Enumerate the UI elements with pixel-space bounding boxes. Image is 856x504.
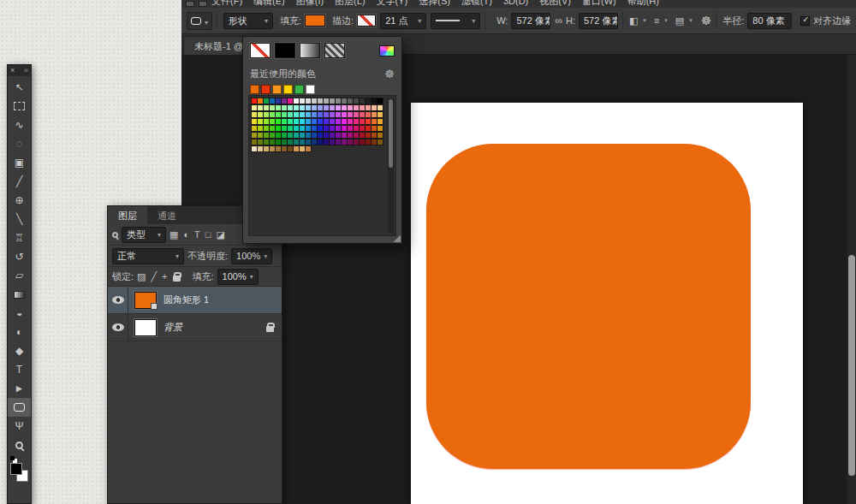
- color-swatch[interactable]: [318, 139, 323, 145]
- color-swatch[interactable]: [258, 112, 263, 117]
- color-swatch[interactable]: [282, 105, 287, 110]
- color-swatch[interactable]: [282, 98, 287, 104]
- color-swatch[interactable]: [252, 119, 257, 124]
- color-swatch[interactable]: [270, 98, 275, 104]
- tab-layers[interactable]: 图层: [108, 206, 147, 224]
- color-swatch[interactable]: [318, 105, 323, 110]
- rounded-rectangle-tool[interactable]: [8, 398, 31, 417]
- recent-color-swatch[interactable]: [294, 85, 304, 94]
- color-swatch[interactable]: [264, 119, 269, 124]
- stroke-width-input[interactable]: 21 点: [380, 13, 426, 29]
- color-swatch[interactable]: [312, 139, 317, 145]
- color-swatch[interactable]: [294, 146, 299, 151]
- color-swatch[interactable]: [372, 119, 377, 124]
- color-swatch[interactable]: [366, 139, 371, 145]
- color-swatch[interactable]: [324, 139, 329, 145]
- color-swatch[interactable]: [306, 146, 311, 151]
- stroke-color-swatch[interactable]: [357, 15, 376, 27]
- color-swatch[interactable]: [252, 139, 257, 145]
- color-swatch[interactable]: [336, 105, 341, 110]
- dodge-tool[interactable]: ◐: [8, 323, 31, 341]
- color-swatch[interactable]: [336, 126, 341, 131]
- menu-item[interactable]: 选择(S): [419, 0, 450, 8]
- color-swatch[interactable]: [264, 133, 269, 138]
- color-swatch[interactable]: [312, 98, 317, 104]
- color-swatch[interactable]: [324, 133, 329, 138]
- color-swatch[interactable]: [348, 119, 353, 124]
- color-swatch[interactable]: [318, 133, 323, 138]
- path-arrange-icon[interactable]: ▤: [675, 15, 693, 27]
- layer-name[interactable]: 圆角矩形 1: [163, 294, 209, 306]
- color-swatch[interactable]: [336, 98, 341, 104]
- layer-row[interactable]: 背景: [108, 314, 282, 341]
- color-swatch[interactable]: [294, 98, 299, 104]
- color-swatch[interactable]: [324, 119, 329, 124]
- color-swatch[interactable]: [306, 98, 311, 104]
- color-swatch[interactable]: [288, 112, 293, 117]
- color-swatch[interactable]: [312, 119, 317, 124]
- menu-item[interactable]: 文件(F): [211, 0, 242, 8]
- crop-tool[interactable]: ▣: [8, 153, 31, 172]
- filter-smart-objects-icon[interactable]: ◪: [216, 229, 224, 240]
- color-swatch[interactable]: [294, 133, 299, 138]
- shape-height-input[interactable]: 572 像素: [579, 13, 618, 29]
- color-swatch[interactable]: [348, 112, 353, 117]
- color-swatch[interactable]: [348, 133, 353, 138]
- app-logo-icon[interactable]: [186, 1, 194, 7]
- pen-tool[interactable]: ◆: [8, 341, 31, 360]
- color-swatch[interactable]: [366, 98, 371, 104]
- color-swatch[interactable]: [264, 98, 269, 104]
- foreground-color-swatch[interactable]: [10, 463, 22, 475]
- hand-tool[interactable]: Ψ: [8, 417, 31, 436]
- color-swatch[interactable]: [342, 139, 347, 145]
- lock-all-icon[interactable]: [173, 276, 181, 282]
- recent-color-swatch[interactable]: [283, 85, 293, 94]
- color-swatch[interactable]: [270, 146, 275, 151]
- color-swatch[interactable]: [330, 98, 335, 104]
- color-swatch[interactable]: [330, 133, 335, 138]
- color-swatch[interactable]: [372, 126, 377, 131]
- recent-color-swatch[interactable]: [261, 85, 270, 94]
- menu-item[interactable]: 滤镜(T): [461, 0, 492, 8]
- color-swatch[interactable]: [288, 119, 293, 124]
- color-swatch[interactable]: [318, 112, 323, 117]
- color-swatch[interactable]: [300, 139, 305, 145]
- color-swatch[interactable]: [282, 112, 287, 117]
- color-swatch[interactable]: [330, 119, 335, 124]
- color-swatch[interactable]: [354, 119, 359, 124]
- color-swatch[interactable]: [360, 133, 365, 138]
- color-swatch[interactable]: [252, 98, 257, 104]
- type-tool[interactable]: T: [8, 360, 31, 379]
- recent-color-swatch[interactable]: [250, 85, 259, 94]
- visibility-cell[interactable]: [108, 314, 128, 341]
- color-swatch[interactable]: [336, 112, 341, 117]
- color-swatch[interactable]: [324, 105, 329, 110]
- color-swatch[interactable]: [366, 112, 371, 117]
- tab-channels[interactable]: 通道: [147, 206, 187, 224]
- solid-color-button[interactable]: [275, 43, 295, 58]
- color-swatch[interactable]: [336, 139, 341, 145]
- filter-shape-layers-icon[interactable]: □: [205, 229, 211, 240]
- color-swatch[interactable]: [354, 139, 359, 145]
- lock-position-icon[interactable]: +: [162, 271, 167, 282]
- color-swatch[interactable]: [300, 146, 305, 151]
- swatch-scrollbar[interactable]: [388, 98, 394, 233]
- color-swatch[interactable]: [360, 105, 365, 110]
- color-swatch[interactable]: [354, 98, 359, 104]
- menu-item[interactable]: 视图(V): [539, 0, 571, 8]
- lock-transparent-pixels-icon[interactable]: ▨: [137, 271, 146, 282]
- zoom-tool[interactable]: [8, 436, 31, 454]
- layer-thumbnail[interactable]: [134, 319, 157, 336]
- brush-tool[interactable]: ╲: [8, 210, 31, 228]
- color-swatch[interactable]: [360, 112, 365, 117]
- gear-icon[interactable]: [384, 68, 395, 80]
- color-swatch[interactable]: [324, 98, 329, 104]
- color-swatch[interactable]: [264, 146, 269, 151]
- color-swatch[interactable]: [258, 98, 263, 104]
- color-swatch[interactable]: [276, 126, 281, 131]
- clone-stamp-tool[interactable]: ♖: [8, 228, 31, 247]
- fill-color-swatch[interactable]: [305, 15, 325, 27]
- color-swatch[interactable]: [366, 119, 371, 124]
- color-swatch[interactable]: [360, 139, 365, 145]
- color-swatch[interactable]: [270, 126, 275, 131]
